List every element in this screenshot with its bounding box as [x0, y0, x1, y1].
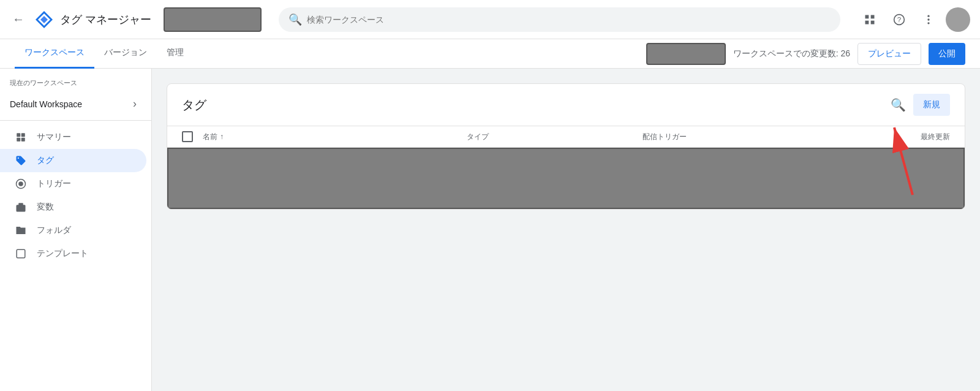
preview-button[interactable]: プレビュー	[858, 43, 921, 65]
gtm-logo-icon	[34, 10, 54, 29]
changes-count: ワークスペースでの変更数: 26	[733, 48, 850, 59]
tab-workspace[interactable]: ワークスペース	[15, 39, 94, 69]
search-input[interactable]	[307, 15, 831, 25]
col-header-updated: 最終更新	[818, 132, 950, 142]
sidebar-divider	[0, 120, 151, 121]
workspace-label: 現在のワークスペース	[0, 78, 151, 93]
svg-rect-14	[17, 138, 20, 142]
search-bar: 🔍	[279, 7, 840, 32]
col-header-trigger: 配信トリガー	[643, 132, 818, 142]
svg-point-11	[927, 22, 929, 24]
sidebar-item-tags[interactable]: タグ	[0, 149, 146, 172]
svg-rect-15	[21, 138, 25, 142]
sort-icon: ↑	[220, 132, 224, 141]
panel-actions: 🔍 新規	[891, 94, 950, 116]
template-icon	[15, 248, 27, 259]
new-tag-button[interactable]: 新規	[913, 94, 950, 116]
container-selector[interactable]	[646, 43, 726, 65]
avatar[interactable]	[946, 7, 970, 32]
panel-search-icon[interactable]: 🔍	[891, 97, 906, 112]
svg-rect-19	[18, 203, 23, 206]
sidebar-item-variables-label: 変数	[37, 202, 54, 213]
sidebar-item-summary-label: サマリー	[37, 132, 71, 143]
svg-point-10	[927, 18, 929, 20]
summary-icon	[15, 132, 27, 143]
tab-manage[interactable]: 管理	[157, 39, 194, 69]
svg-point-17	[18, 181, 23, 186]
sidebar-item-variables[interactable]: 変数	[0, 196, 146, 219]
svg-rect-3	[865, 15, 869, 18]
account-selector[interactable]	[164, 7, 262, 32]
sidebar-item-templates[interactable]: テンプレート	[0, 242, 146, 265]
svg-point-9	[927, 15, 929, 17]
sidebar-item-folders[interactable]: フォルダ	[0, 219, 146, 242]
more-vert-icon	[922, 13, 935, 26]
top-nav: ← タグ マネージャー 🔍 ?	[0, 0, 980, 39]
sidebar-item-tags-label: タグ	[37, 155, 54, 166]
workspace-selector[interactable]: Default Workspace ›	[0, 93, 146, 115]
search-icon: 🔍	[288, 13, 302, 26]
help-icon-button[interactable]: ?	[887, 7, 911, 32]
more-icon-button[interactable]	[916, 7, 941, 32]
back-button[interactable]: ←	[10, 10, 27, 29]
chevron-right-icon: ›	[133, 97, 137, 110]
trigger-icon	[15, 178, 27, 189]
sidebar-item-folders-label: フォルダ	[37, 225, 71, 236]
panel-title: タグ	[182, 97, 206, 113]
select-all-checkbox[interactable]	[182, 131, 193, 142]
content-area: タグ 🔍 新規 名前 ↑ タイプ 配信トリガー 最終更新	[152, 69, 980, 391]
tab-version[interactable]: バージョン	[94, 39, 157, 69]
svg-rect-6	[871, 20, 875, 24]
table-header: 名前 ↑ タイプ 配信トリガー 最終更新	[167, 126, 965, 148]
sub-nav: ワークスペース バージョン 管理 ワークスペースでの変更数: 26 プレビュー …	[0, 39, 980, 69]
svg-rect-4	[871, 15, 875, 18]
sidebar: 現在のワークスペース Default Workspace › サマリー タグ ト…	[0, 69, 152, 391]
col-header-type: タイプ	[467, 132, 643, 142]
variable-icon	[15, 202, 27, 213]
sidebar-item-summary[interactable]: サマリー	[0, 126, 146, 149]
col-header-name: 名前 ↑	[203, 132, 467, 142]
sidebar-item-triggers-label: トリガー	[37, 178, 71, 189]
sub-nav-right: ワークスペースでの変更数: 26 プレビュー 公開	[646, 43, 965, 65]
grid-icon-button[interactable]	[858, 7, 882, 32]
tag-icon	[15, 155, 27, 166]
main-layout: 現在のワークスペース Default Workspace › サマリー タグ ト…	[0, 69, 980, 391]
panel-header: タグ 🔍 新規	[167, 84, 965, 126]
publish-button[interactable]: 公開	[929, 43, 965, 65]
svg-text:?: ?	[897, 15, 902, 23]
gtm-logo: タグ マネージャー	[34, 10, 151, 29]
sidebar-item-triggers[interactable]: トリガー	[0, 172, 146, 196]
table-content-placeholder	[167, 148, 965, 209]
help-icon: ?	[893, 13, 905, 26]
svg-rect-12	[17, 133, 20, 137]
app-title: タグ マネージャー	[60, 12, 151, 27]
svg-rect-13	[21, 133, 25, 137]
workspace-name: Default Workspace	[10, 99, 82, 109]
svg-rect-20	[17, 249, 25, 258]
sidebar-item-templates-label: テンプレート	[37, 248, 88, 259]
nav-icons: ?	[858, 7, 970, 32]
svg-rect-5	[865, 20, 869, 24]
svg-rect-18	[17, 205, 26, 211]
grid-icon	[864, 13, 876, 26]
tags-panel: タグ 🔍 新規 名前 ↑ タイプ 配信トリガー 最終更新	[167, 83, 965, 210]
folder-icon	[15, 225, 27, 236]
